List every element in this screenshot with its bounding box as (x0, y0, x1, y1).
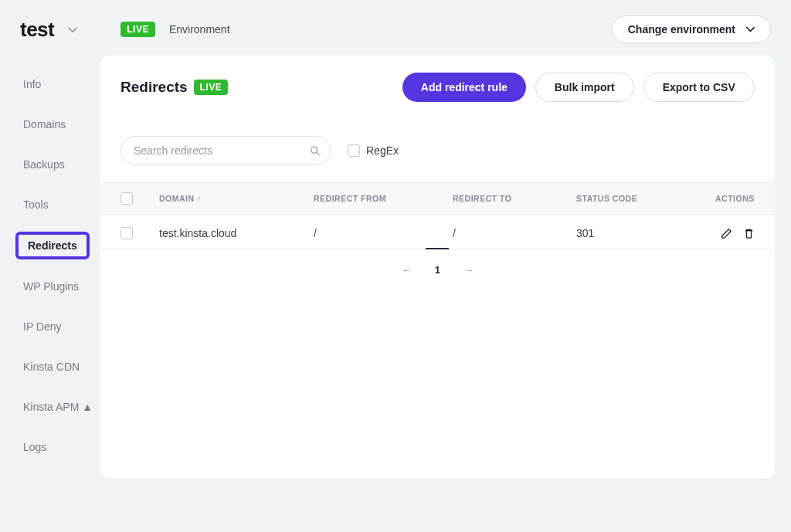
row-checkbox[interactable] (121, 227, 133, 239)
page-title: Redirects LIVE (121, 79, 228, 96)
sidebar-item-kinsta-cdn[interactable]: Kinsta CDN (15, 354, 87, 380)
th-redirect-to: REDIRECT TO (453, 194, 576, 203)
search-icon (310, 146, 320, 156)
cell-redirect-from: / (314, 227, 453, 239)
th-actions: ACTIONS (715, 194, 755, 203)
th-redirect-from: REDIRECT FROM (314, 194, 453, 203)
sidebar-item-wp-plugins[interactable]: WP Plugins (15, 273, 87, 300)
svg-line-1 (317, 152, 319, 154)
table-row: test.kinsta.cloud / / 301 (100, 215, 775, 249)
bulk-import-button[interactable]: Bulk import (535, 73, 634, 102)
sidebar-item-kinsta-apm[interactable]: Kinsta APM ▲ (15, 394, 100, 420)
pager-next[interactable]: → (463, 264, 474, 276)
th-status-code: STATUS CODE (576, 194, 715, 203)
sidebar-item-tools[interactable]: Tools (15, 191, 56, 218)
env-label: Environment (169, 23, 230, 36)
add-redirect-rule-button[interactable]: Add redirect rule (402, 73, 526, 102)
th-domain[interactable]: DOMAIN ↑ (159, 194, 314, 203)
pagination: ← 1 → (100, 250, 775, 290)
chevron-down-icon (746, 26, 755, 32)
regex-checkbox[interactable] (348, 144, 360, 157)
sidebar-item-logs[interactable]: Logs (15, 434, 54, 460)
sidebar-item-backups[interactable]: Backups (15, 151, 73, 178)
edit-icon[interactable] (721, 228, 732, 239)
site-name: test (20, 18, 54, 42)
content-panel: Redirects LIVE Add redirect rule Bulk im… (100, 56, 775, 479)
export-csv-button[interactable]: Export to CSV (643, 73, 755, 102)
chevron-down-icon[interactable] (68, 26, 77, 33)
delete-icon[interactable] (743, 228, 755, 239)
search-input[interactable] (121, 136, 331, 165)
sidebar-item-info[interactable]: Info (15, 71, 49, 97)
page-title-text: Redirects (121, 79, 188, 96)
env-badge: LIVE (121, 22, 155, 37)
cell-redirect-to: / (453, 227, 576, 239)
cell-domain: test.kinsta.cloud (159, 227, 314, 239)
sidebar: Info Domains Backups Tools Redirects WP … (0, 56, 100, 474)
table-header: DOMAIN ↑ REDIRECT FROM REDIRECT TO STATU… (100, 182, 775, 215)
change-environment-button[interactable]: Change environment (612, 15, 771, 43)
change-env-label: Change environment (628, 23, 735, 36)
pager-prev[interactable]: ← (402, 264, 412, 276)
page-title-badge: LIVE (194, 80, 229, 95)
row-accent (426, 248, 449, 249)
regex-label: RegEx (366, 144, 399, 157)
pager-current: 1 (435, 264, 440, 276)
select-all-checkbox[interactable] (121, 192, 133, 205)
sidebar-item-ip-deny[interactable]: IP Deny (15, 313, 70, 340)
cell-status-code: 301 (576, 227, 715, 239)
sidebar-item-domains[interactable]: Domains (15, 111, 73, 137)
sidebar-item-redirects[interactable]: Redirects (15, 232, 90, 259)
